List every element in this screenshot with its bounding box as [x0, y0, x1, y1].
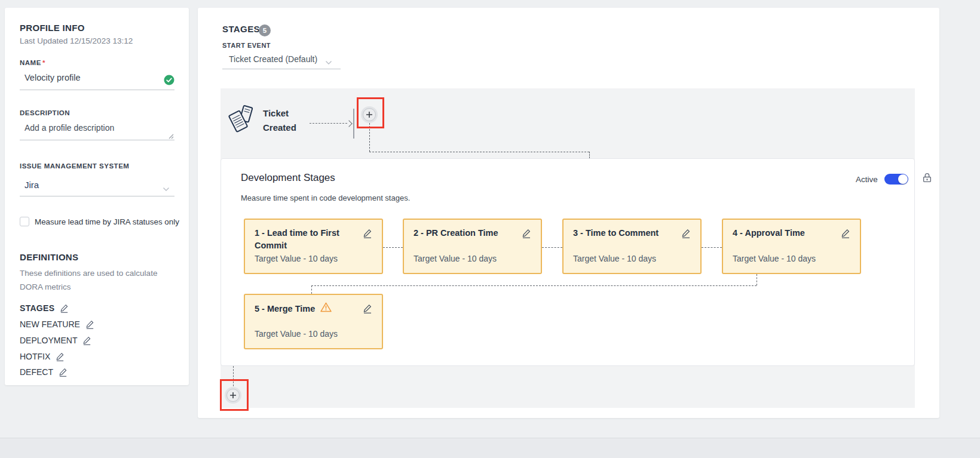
- chevron-down-icon: [163, 183, 170, 194]
- name-label: NAME*: [20, 59, 45, 66]
- flow-connector: [369, 152, 589, 152]
- flow-connector: [383, 247, 403, 248]
- development-stages-panel: Development Stages Measure time spent in…: [220, 158, 915, 366]
- flow-connector: [757, 274, 757, 285]
- resize-handle-icon[interactable]: [168, 131, 174, 142]
- definition-label: NEW FEATURE: [20, 319, 80, 329]
- definition-label: STAGES: [20, 303, 54, 313]
- definition-label: DEPLOYMENT: [20, 336, 77, 345]
- edit-stage-button[interactable]: [522, 229, 531, 238]
- panel-subtitle: Measure time spent in code development s…: [241, 193, 410, 202]
- edit-stage-button[interactable]: [363, 304, 372, 313]
- last-updated-label: Last Updated: [20, 36, 68, 45]
- edit-stage-button[interactable]: [841, 229, 850, 238]
- profile-info-title: PROFILE INFO: [20, 23, 85, 33]
- panel-title: Development Stages: [241, 172, 335, 184]
- definitions-subtitle: These definitions are used to calculate …: [20, 266, 170, 294]
- stage-card-1[interactable]: 1 - Lead time to First Commit Target Val…: [244, 219, 383, 274]
- stage-title: 4 - Approval Time: [733, 227, 834, 239]
- stage-target-value: Target Value - 10 days: [414, 254, 497, 263]
- flow-connector: [542, 247, 562, 248]
- profile-name-input[interactable]: [20, 70, 174, 90]
- stage-target-value: Target Value - 10 days: [573, 254, 656, 263]
- stage-title: 5 - Merge Time: [255, 303, 315, 315]
- required-asterisk: *: [42, 59, 45, 66]
- last-updated: Last Updated 12/15/2023 13:12: [20, 36, 133, 45]
- toggle-knob: [898, 174, 908, 184]
- flow-connector: [310, 123, 347, 124]
- active-label: Active: [856, 175, 878, 184]
- definition-item-new-feature[interactable]: NEW FEATURE: [20, 319, 94, 329]
- definitions-title: DEFINITIONS: [20, 252, 78, 262]
- ticket-icon: [228, 104, 254, 136]
- chevron-down-icon: [325, 57, 332, 67]
- checkbox-label: Measure lead time by JIRA statuses only: [35, 217, 179, 226]
- issue-management-label: ISSUE MANAGEMENT SYSTEM: [20, 162, 129, 170]
- arrowhead-icon: [345, 120, 352, 127]
- edit-icon[interactable]: [59, 368, 68, 377]
- edit-icon[interactable]: [56, 352, 65, 361]
- last-updated-value: 12/15/2023 13:12: [70, 36, 133, 45]
- stage-target-value: Target Value - 10 days: [733, 254, 816, 263]
- definition-item-defect[interactable]: DEFECT: [20, 367, 68, 377]
- warning-icon: [320, 302, 332, 316]
- definition-item-hotfix[interactable]: HOTFIX: [20, 352, 65, 361]
- definition-item-stages[interactable]: STAGES: [20, 303, 69, 313]
- edit-stage-button[interactable]: [681, 229, 691, 238]
- stage-title: 1 - Lead time to First Commit: [255, 227, 356, 252]
- stage-target-value: Target Value - 10 days: [255, 329, 338, 339]
- active-toggle[interactable]: [884, 174, 908, 185]
- start-event-value: Ticket Created (Default): [229, 54, 317, 64]
- workflow-canvas: Ticket Created Development Stages Measur…: [220, 88, 915, 408]
- profile-info-sidebar: PROFILE INFO Last Updated 12/15/2023 13:…: [5, 8, 189, 385]
- page-footer-band: [0, 438, 980, 458]
- definition-label: DEFECT: [20, 367, 53, 377]
- definition-item-deployment[interactable]: DEPLOYMENT: [20, 336, 91, 345]
- stage-title: 2 - PR Creation Time: [414, 227, 514, 239]
- stages-count-badge: 5: [259, 24, 271, 36]
- stages-title: STAGES: [222, 24, 260, 34]
- flow-connector: [702, 247, 722, 248]
- start-node-label: Ticket Created: [263, 106, 311, 135]
- edit-icon[interactable]: [82, 336, 91, 345]
- lead-time-checkbox[interactable]: Measure lead time by JIRA statuses only: [20, 217, 179, 226]
- stage-target-value: Target Value - 10 days: [255, 254, 338, 263]
- edit-icon[interactable]: [60, 304, 69, 313]
- lock-icon[interactable]: [922, 173, 932, 185]
- flow-connector: [589, 152, 590, 158]
- drop-indicator-line: [353, 109, 354, 139]
- stages-main-panel: STAGES 5 START EVENT Ticket Created (Def…: [198, 8, 939, 418]
- click-highlight-bottom: [220, 379, 249, 411]
- definition-label: HOTFIX: [20, 352, 50, 361]
- valid-check-icon: [164, 75, 174, 88]
- start-event-label: START EVENT: [222, 42, 271, 49]
- description-label: DESCRIPTION: [20, 109, 70, 116]
- profile-description-input[interactable]: [20, 120, 174, 140]
- stage-card-5[interactable]: 5 - Merge Time Target Value - 10 days: [244, 294, 383, 349]
- issue-management-value: Jira: [24, 180, 39, 190]
- stage-title: 3 - Time to Comment: [573, 227, 674, 239]
- stage-card-2[interactable]: 2 - PR Creation Time Target Value - 10 d…: [403, 219, 542, 274]
- stage-card-3[interactable]: 3 - Time to Comment Target Value - 10 da…: [562, 219, 702, 274]
- edit-stage-button[interactable]: [363, 229, 372, 238]
- checkbox-box[interactable]: [20, 217, 29, 226]
- issue-management-select[interactable]: Jira: [20, 177, 174, 196]
- flow-connector: [311, 285, 312, 294]
- edit-icon[interactable]: [85, 320, 94, 329]
- stage-card-4[interactable]: 4 - Approval Time Target Value - 10 days: [722, 219, 861, 274]
- click-highlight-top: [357, 97, 384, 128]
- start-event-select[interactable]: Ticket Created (Default): [222, 52, 341, 69]
- flow-connector: [311, 285, 757, 286]
